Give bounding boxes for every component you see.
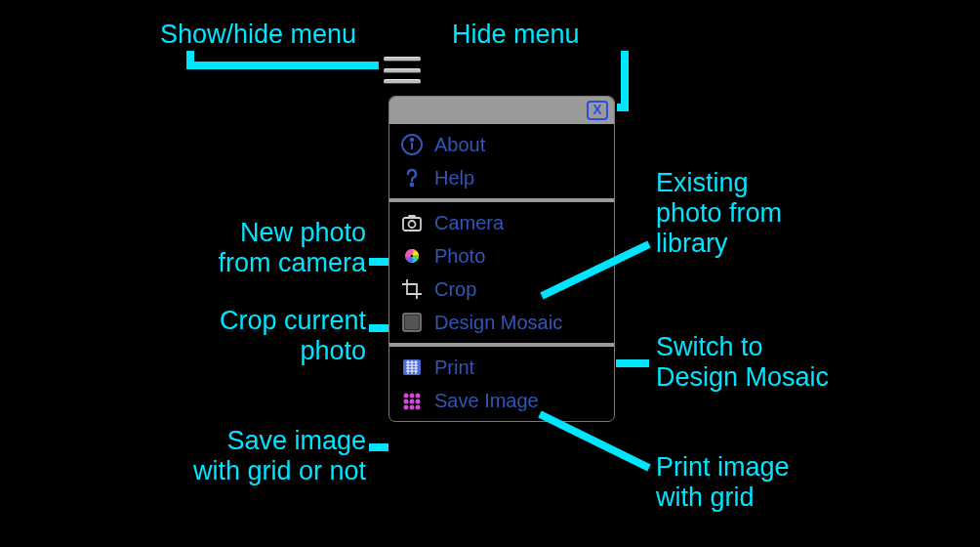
menu-item-design-mosaic[interactable]: Design Mosaic (389, 306, 614, 339)
svg-point-30 (404, 405, 409, 410)
svg-point-25 (410, 394, 415, 399)
svg-line-38 (540, 414, 649, 468)
menu-section-photo: Camera Photo (389, 198, 614, 343)
mosaic-icon (399, 310, 425, 335)
annotation-line: library (656, 229, 728, 258)
annotation-line: photo (300, 336, 366, 365)
menu-section-output: Print Save Image (389, 343, 614, 421)
hamburger-bar (384, 79, 421, 84)
menu-item-save-image[interactable]: Save Image (389, 384, 614, 417)
annotation-line: with grid (656, 483, 755, 512)
svg-rect-4 (403, 218, 421, 231)
menu-item-about[interactable]: About (389, 128, 614, 161)
crop-icon (399, 276, 425, 302)
close-icon: X (592, 102, 601, 117)
annotation-line: Save image (226, 426, 366, 455)
hamburger-bar (384, 57, 421, 62)
menu-item-label: Help (434, 167, 474, 189)
menu-item-crop[interactable]: Crop (389, 273, 614, 306)
photos-icon (399, 243, 425, 269)
menu-item-label: Print (434, 357, 474, 379)
menu-item-help[interactable]: Help (389, 161, 614, 194)
camera-icon (399, 210, 425, 235)
hamburger-bar (384, 68, 421, 73)
menu-item-label: Crop (434, 278, 476, 301)
annotation-line: Existing (656, 168, 749, 197)
question-icon (399, 165, 425, 190)
close-button[interactable]: X (587, 101, 608, 120)
svg-rect-15 (405, 316, 419, 329)
annotation-line: New photo (240, 218, 366, 247)
annotation-hide-menu: Hide menu (452, 20, 580, 50)
info-icon (399, 132, 425, 157)
menu-item-photo[interactable]: Photo (389, 239, 614, 273)
menu-item-label: Photo (434, 245, 485, 268)
menu-item-print[interactable]: Print (389, 351, 614, 384)
svg-point-31 (410, 405, 415, 410)
annotation-line: Design Mosaic (656, 362, 829, 392)
annotation-line: photo from (656, 198, 782, 228)
annotation-crop-current: Crop current photo (98, 306, 366, 366)
menu-item-label: Design Mosaic (434, 312, 562, 334)
annotation-line: Crop current (220, 306, 366, 335)
save-image-icon (399, 388, 425, 413)
annotation-existing-photo: Existing photo from library (656, 168, 782, 259)
svg-point-27 (404, 400, 409, 404)
svg-point-26 (416, 394, 421, 399)
annotation-line: with grid or not (193, 456, 366, 485)
menu-section-info: About Help (389, 124, 614, 198)
menu-item-label: About (434, 134, 485, 156)
svg-point-3 (411, 184, 413, 186)
print-icon (399, 355, 425, 380)
annotation-line: Switch to (656, 332, 763, 361)
annotation-line: Print image (656, 452, 790, 482)
menu-titlebar: X (389, 97, 614, 124)
annotation-show-hide: Show/hide menu (160, 20, 356, 50)
svg-point-32 (416, 405, 421, 410)
annotation-print-image: Print image with grid (656, 452, 790, 513)
annotation-save-image: Save image with grid or not (20, 426, 366, 486)
annotation-new-photo: New photo from camera (98, 218, 366, 278)
svg-point-24 (404, 394, 409, 399)
svg-point-29 (416, 400, 421, 404)
menu-item-camera[interactable]: Camera (389, 206, 614, 239)
menu-panel: X About Help Camera (388, 96, 615, 422)
svg-point-5 (409, 221, 416, 228)
annotation-line: from camera (218, 248, 366, 277)
menu-item-label: Save Image (434, 390, 539, 412)
hamburger-icon[interactable] (384, 57, 421, 84)
svg-point-28 (410, 400, 415, 404)
svg-point-2 (411, 139, 413, 141)
menu-item-label: Camera (434, 212, 504, 234)
annotation-switch-design: Switch to Design Mosaic (656, 332, 829, 393)
